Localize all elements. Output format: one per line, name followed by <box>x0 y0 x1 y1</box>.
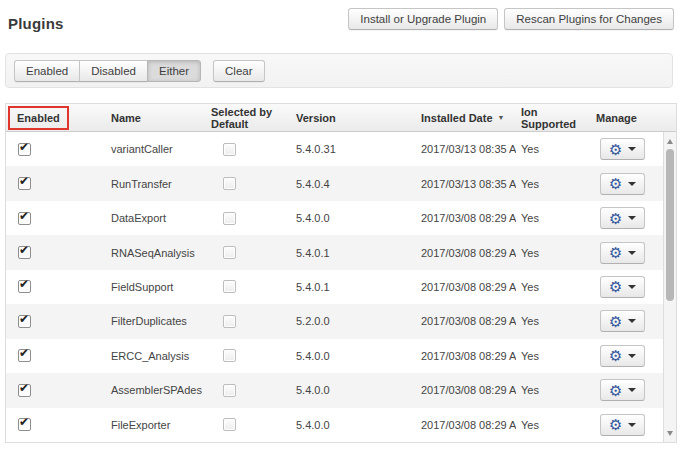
plugin-installed-date: 2017/03/08 08:29 AM <box>416 419 516 431</box>
header-actions: Install or Upgrade Plugin Rescan Plugins… <box>348 8 674 30</box>
selected-by-default-checkbox[interactable] <box>223 418 236 431</box>
enabled-checkbox[interactable]: ✔ <box>18 349 31 362</box>
plugin-installed-date: 2017/03/08 08:29 AM <box>416 212 516 224</box>
enabled-cell: ✔ <box>6 212 101 225</box>
filter-disabled-button[interactable]: Disabled <box>79 60 148 82</box>
selected-by-default-cell <box>206 280 291 293</box>
installed-date-label: Installed Date <box>421 112 493 124</box>
plugin-installed-date: 2017/03/08 08:29 AM <box>416 350 516 362</box>
selected-by-default-cell <box>206 246 291 259</box>
column-header-ion-supported[interactable]: Ion Supported <box>516 104 591 131</box>
plugin-installed-date: 2017/03/13 08:35 AM <box>416 143 516 155</box>
gear-icon: ⚙ <box>609 314 622 329</box>
manage-gear-button[interactable]: ⚙ <box>600 207 645 229</box>
plugin-version: 5.4.0.4 <box>291 178 416 190</box>
enabled-checkbox[interactable]: ✔ <box>18 418 31 431</box>
table-row: ✔ DataExport 5.4.0.0 2017/03/08 08:29 AM… <box>6 201 663 235</box>
plugin-ion-supported: Yes <box>516 281 591 293</box>
plugin-installed-date: 2017/03/08 08:29 AM <box>416 247 516 259</box>
gear-icon: ⚙ <box>609 279 622 294</box>
triangle-down-icon <box>667 431 673 436</box>
selected-by-default-checkbox[interactable] <box>223 315 236 328</box>
rescan-plugins-button[interactable]: Rescan Plugins for Changes <box>504 8 674 30</box>
selected-by-default-cell <box>206 212 291 225</box>
table-row: ✔ variantCaller 5.4.0.31 2017/03/13 08:3… <box>6 132 663 166</box>
plugin-name: FieldSupport <box>101 281 206 293</box>
column-header-installed-date[interactable]: Installed Date ▼ <box>416 104 516 131</box>
manage-gear-button[interactable]: ⚙ <box>600 138 645 160</box>
plugin-name: ERCC_Analysis <box>101 350 206 362</box>
table-body: ✔ variantCaller 5.4.0.31 2017/03/13 08:3… <box>6 132 663 442</box>
manage-gear-button[interactable]: ⚙ <box>600 276 645 298</box>
gear-icon: ⚙ <box>609 245 622 260</box>
plugin-version: 5.4.0.0 <box>291 350 416 362</box>
scrollbar-thumb[interactable] <box>666 149 674 301</box>
plugin-ion-supported: Yes <box>516 143 591 155</box>
column-header-name[interactable]: Name <box>101 104 206 131</box>
manage-gear-button[interactable]: ⚙ <box>600 310 645 332</box>
enabled-checkbox[interactable]: ✔ <box>18 246 31 259</box>
enabled-cell: ✔ <box>6 349 101 362</box>
selected-by-default-cell <box>206 384 291 397</box>
table-row: ✔ RNASeqAnalysis 5.4.0.1 2017/03/08 08:2… <box>6 235 663 269</box>
enabled-checkbox[interactable]: ✔ <box>18 315 31 328</box>
install-upgrade-plugin-button[interactable]: Install or Upgrade Plugin <box>348 8 498 30</box>
enabled-checkbox[interactable]: ✔ <box>18 212 31 225</box>
filter-enabled-button[interactable]: Enabled <box>14 60 80 82</box>
caret-down-icon <box>628 182 636 186</box>
manage-gear-button[interactable]: ⚙ <box>600 242 645 264</box>
scrollbar-up-arrow[interactable] <box>664 134 676 148</box>
selected-by-default-checkbox[interactable] <box>223 349 236 362</box>
check-icon: ✔ <box>19 384 29 395</box>
enabled-filter-group: Enabled Disabled Either <box>14 60 201 82</box>
plugin-ion-supported: Yes <box>516 419 591 431</box>
enabled-checkbox[interactable]: ✔ <box>18 384 31 397</box>
manage-gear-button[interactable]: ⚙ <box>600 345 645 367</box>
enabled-cell: ✔ <box>6 384 101 397</box>
enabled-cell: ✔ <box>6 418 101 431</box>
selected-by-default-checkbox[interactable] <box>223 212 236 225</box>
manage-gear-button[interactable]: ⚙ <box>600 379 645 401</box>
check-icon: ✔ <box>19 418 29 429</box>
plugin-version: 5.4.0.0 <box>291 384 416 396</box>
plugins-table: Enabled Name Selected by Default Version… <box>5 103 677 443</box>
enabled-cell: ✔ <box>6 246 101 259</box>
filter-either-button[interactable]: Either <box>147 60 201 82</box>
plugin-name: variantCaller <box>101 143 206 155</box>
filter-toolbar: Enabled Disabled Either Clear <box>5 53 673 88</box>
column-header-version[interactable]: Version <box>291 104 416 131</box>
manage-gear-button[interactable]: ⚙ <box>600 414 645 436</box>
plugin-name: FilterDuplicates <box>101 315 206 327</box>
selected-by-default-checkbox[interactable] <box>223 280 236 293</box>
enabled-cell: ✔ <box>6 143 101 156</box>
selected-by-default-cell <box>206 315 291 328</box>
enabled-checkbox[interactable]: ✔ <box>18 280 31 293</box>
selected-by-default-checkbox[interactable] <box>223 177 236 190</box>
table-row: ✔ AssemblerSPAdes 5.4.0.0 2017/03/08 08:… <box>6 373 663 407</box>
clear-filter-button[interactable]: Clear <box>213 60 264 82</box>
check-icon: ✔ <box>19 280 29 291</box>
manage-cell: ⚙ <box>591 242 663 264</box>
table-scrollbar[interactable] <box>663 132 676 442</box>
selected-by-default-checkbox[interactable] <box>223 143 236 156</box>
enabled-checkbox[interactable]: ✔ <box>18 177 31 190</box>
scrollbar-down-arrow[interactable] <box>664 426 676 440</box>
manage-gear-button[interactable]: ⚙ <box>600 173 645 195</box>
caret-down-icon <box>628 423 636 427</box>
plugin-version: 5.4.0.31 <box>291 143 416 155</box>
table-header-row: Enabled Name Selected by Default Version… <box>6 104 676 132</box>
plugin-ion-supported: Yes <box>516 315 591 327</box>
column-header-enabled[interactable]: Enabled <box>6 104 101 131</box>
table-row: ✔ ERCC_Analysis 5.4.0.0 2017/03/08 08:29… <box>6 339 663 373</box>
enabled-cell: ✔ <box>6 280 101 293</box>
enabled-checkbox[interactable]: ✔ <box>18 143 31 156</box>
selected-by-default-cell <box>206 177 291 190</box>
manage-cell: ⚙ <box>591 379 663 401</box>
table-row: ✔ RunTransfer 5.4.0.4 2017/03/13 08:35 A… <box>6 166 663 200</box>
selected-by-default-checkbox[interactable] <box>223 384 236 397</box>
selected-by-default-checkbox[interactable] <box>223 246 236 259</box>
manage-cell: ⚙ <box>591 276 663 298</box>
caret-down-icon <box>628 147 636 151</box>
column-header-selected-by-default[interactable]: Selected by Default <box>206 104 291 131</box>
manage-cell: ⚙ <box>591 414 663 436</box>
